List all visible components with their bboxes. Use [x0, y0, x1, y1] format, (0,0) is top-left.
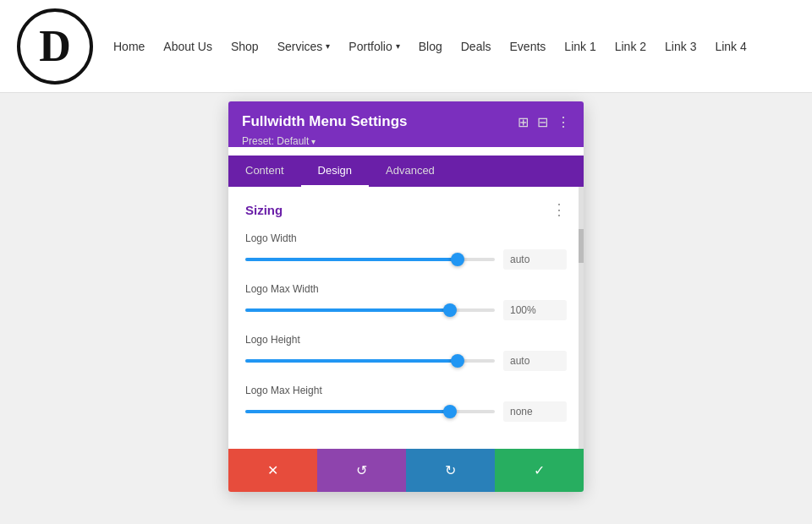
navbar: D Home About Us Shop Services Portfolio … — [0, 0, 812, 93]
section-header: Sizing ⋮ — [245, 200, 567, 219]
panel-title: Fullwidth Menu Settings — [242, 113, 407, 130]
panel-header-icons: ⊞ ⊟ ⋮ — [518, 114, 570, 130]
nav-deals[interactable]: Deals — [461, 40, 491, 53]
logo-width-control — [245, 249, 567, 270]
logo-max-height-control — [245, 401, 567, 422]
redo-button[interactable]: ↻ — [406, 449, 495, 492]
panel-tabs: Content Design Advanced — [228, 156, 584, 187]
nav-home[interactable]: Home — [113, 40, 145, 53]
more-icon[interactable]: ⋮ — [557, 114, 570, 130]
logo-max-height-value[interactable] — [503, 401, 567, 422]
nav-links: Home About Us Shop Services Portfolio Bl… — [113, 40, 747, 53]
scrollbar-thumb[interactable] — [579, 229, 584, 263]
preset-row[interactable]: Preset: Default — [242, 135, 570, 147]
nav-about[interactable]: About Us — [163, 40, 212, 53]
logo-height-row: Logo Height — [245, 334, 567, 371]
tab-content[interactable]: Content — [228, 156, 301, 187]
cancel-button[interactable]: ✕ — [228, 449, 317, 492]
nav-link4[interactable]: Link 4 — [715, 40, 746, 53]
nav-blog[interactable]: Blog — [419, 40, 442, 53]
nav-link1[interactable]: Link 1 — [564, 40, 595, 53]
logo-height-control — [245, 351, 567, 371]
nav-events[interactable]: Events — [510, 40, 546, 53]
logo-max-width-slider[interactable] — [245, 308, 495, 312]
site-logo: D — [17, 8, 93, 85]
reset-button[interactable]: ↺ — [317, 449, 406, 492]
nav-services[interactable]: Services — [277, 40, 331, 53]
logo-max-width-row: Logo Max Width — [245, 283, 567, 320]
nav-shop[interactable]: Shop — [231, 40, 259, 53]
logo-width-row: Logo Width — [245, 232, 567, 270]
logo-max-height-row: Logo Max Height — [245, 385, 567, 422]
panel-footer: ✕ ↺ ↻ ✓ — [228, 449, 584, 492]
scrollbar[interactable] — [579, 187, 584, 449]
nav-link3[interactable]: Link 3 — [665, 40, 696, 53]
logo-max-height-slider[interactable] — [245, 410, 495, 413]
nav-link2[interactable]: Link 2 — [615, 40, 646, 53]
logo-height-value[interactable] — [503, 351, 567, 371]
logo-max-width-label: Logo Max Width — [245, 283, 567, 295]
logo-max-width-value[interactable] — [503, 300, 567, 320]
tab-design[interactable]: Design — [301, 156, 369, 187]
save-button[interactable]: ✓ — [495, 449, 584, 492]
preset-label[interactable]: Preset: Default — [242, 135, 309, 147]
panel-header: Fullwidth Menu Settings ⊞ ⊟ ⋮ Preset: De… — [228, 101, 584, 147]
settings-panel: Fullwidth Menu Settings ⊞ ⊟ ⋮ Preset: De… — [228, 101, 584, 492]
tab-advanced[interactable]: Advanced — [369, 156, 452, 187]
main-area: Fullwidth Menu Settings ⊞ ⊟ ⋮ Preset: De… — [0, 93, 812, 524]
columns-icon[interactable]: ⊟ — [537, 114, 548, 130]
logo-max-height-label: Logo Max Height — [245, 385, 567, 396]
logo-height-label: Logo Height — [245, 334, 567, 346]
panel-body: Sizing ⋮ Logo Width Logo Max Width — [228, 187, 584, 449]
logo-width-value[interactable] — [503, 249, 567, 270]
logo-height-slider[interactable] — [245, 359, 495, 363]
logo-width-label: Logo Width — [245, 232, 567, 244]
nav-portfolio[interactable]: Portfolio — [348, 40, 399, 53]
resize-icon[interactable]: ⊞ — [518, 114, 529, 130]
section-title: Sizing — [245, 203, 283, 217]
logo-width-slider[interactable] — [245, 258, 495, 261]
section-menu-icon[interactable]: ⋮ — [551, 200, 567, 219]
logo-letter: D — [39, 21, 71, 71]
logo-max-width-control — [245, 300, 567, 320]
